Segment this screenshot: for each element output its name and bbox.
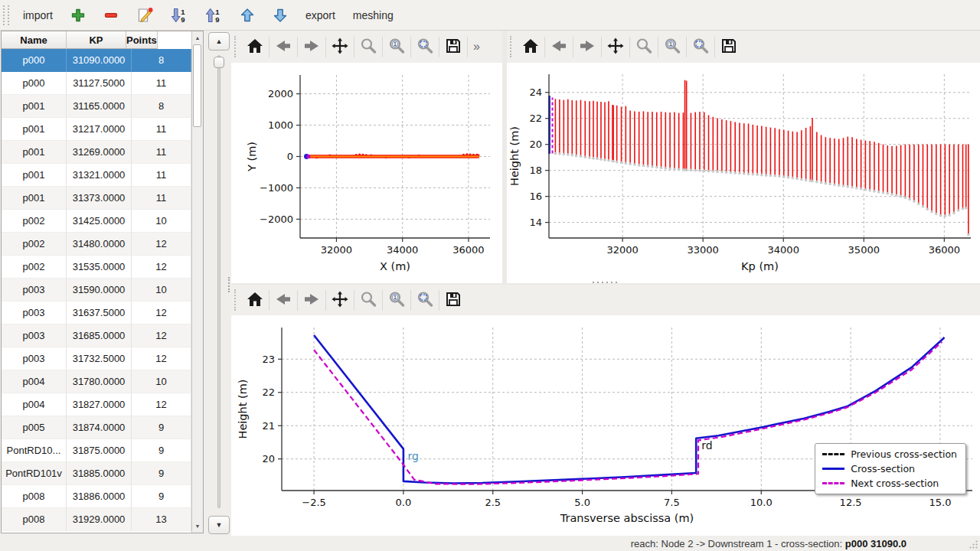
cell-name[interactable]: p004 — [2, 393, 67, 416]
table-row[interactable]: PontRD101v 31885.0000 9 — [2, 462, 203, 485]
slider-up-button[interactable]: ▲ — [208, 32, 230, 51]
save-button[interactable] — [715, 34, 743, 60]
cell-points[interactable]: 9 — [132, 416, 191, 439]
cell-kp[interactable]: 31480.0000 — [67, 233, 132, 256]
move-down-button[interactable] — [269, 5, 292, 25]
cell-points[interactable]: 13 — [132, 508, 191, 531]
cell-points[interactable]: 10 — [132, 370, 191, 393]
save-button[interactable] — [439, 34, 467, 60]
cell-kp[interactable]: 31929.0000 — [67, 508, 132, 531]
cell-points[interactable]: 12 — [132, 324, 191, 347]
table-row[interactable]: p004 31780.0000 10 — [2, 370, 203, 393]
add-cross-section-button[interactable] — [67, 5, 90, 25]
table-row[interactable]: p001 31165.0000 8 — [2, 95, 203, 118]
cell-name[interactable]: p000 — [2, 49, 67, 72]
export-button[interactable]: export — [302, 7, 339, 24]
sort-ascending-button[interactable]: 19 — [201, 5, 226, 26]
cell-kp[interactable]: 31217.0000 — [67, 118, 132, 141]
cell-name[interactable]: p003 — [2, 302, 67, 324]
cell-kp[interactable]: 31780.0000 — [67, 370, 132, 393]
home-button[interactable] — [517, 34, 544, 60]
cell-kp[interactable]: 31875.0000 — [67, 439, 132, 462]
table-row[interactable]: p005 31874.0000 9 — [2, 416, 203, 439]
pan-button[interactable] — [326, 287, 354, 313]
resize-grip-icon[interactable] — [969, 540, 978, 549]
cell-name[interactable]: p001 — [2, 164, 67, 187]
cell-kp[interactable]: 31269.0000 — [67, 141, 132, 164]
cell-name[interactable]: p002 — [2, 256, 67, 279]
cell-kp[interactable]: 31885.0000 — [67, 462, 132, 485]
scroll-down-arrow-icon[interactable]: ▼ — [192, 521, 203, 531]
table-row[interactable]: p002 31480.0000 12 — [2, 233, 203, 256]
cell-kp[interactable]: 31827.0000 — [67, 393, 132, 416]
table-row[interactable]: p001 31217.0000 11 — [2, 118, 203, 141]
cell-name[interactable]: p003 — [2, 279, 67, 302]
cell-points[interactable]: 9 — [132, 439, 191, 462]
sort-descending-button[interactable]: 19 — [167, 5, 191, 26]
cross-section-chart[interactable]: −2.50.02.55.07.510.012.515.020212223Tran… — [231, 315, 980, 536]
scrollbar-thumb[interactable] — [193, 44, 201, 127]
forward-button[interactable] — [298, 34, 325, 60]
cell-name[interactable]: p001 — [2, 118, 67, 141]
table-row[interactable]: p000 31090.0000 8 — [2, 49, 203, 72]
table-row[interactable]: p004 31827.0000 12 — [2, 393, 203, 416]
zoom-extent-button[interactable] — [411, 34, 439, 60]
import-button[interactable]: import — [19, 7, 57, 24]
forward-button[interactable] — [573, 34, 601, 60]
column-header[interactable]: Name — [2, 31, 67, 49]
table-row[interactable]: p001 31373.0000 11 — [2, 187, 203, 210]
toolbar-drag-handle[interactable] — [234, 36, 238, 57]
cell-points[interactable]: 9 — [132, 462, 191, 485]
slider-handle[interactable] — [214, 57, 224, 68]
cell-name[interactable]: PontRD101v — [2, 462, 67, 485]
table-row[interactable]: p002 31425.0000 10 — [2, 210, 203, 233]
pan-button[interactable] — [602, 34, 629, 60]
cell-points[interactable]: 12 — [132, 256, 191, 279]
pan-button[interactable] — [326, 34, 354, 60]
cell-points[interactable]: 11 — [132, 187, 191, 210]
zoom-1-button[interactable]: 1 — [658, 34, 686, 60]
table-row[interactable]: p003 31637.5000 12 — [2, 302, 203, 324]
cell-points[interactable]: 12 — [132, 347, 191, 370]
zoom-1-button[interactable]: 1 — [383, 34, 410, 60]
cell-kp[interactable]: 31874.0000 — [67, 416, 132, 439]
home-button[interactable] — [241, 287, 269, 313]
cell-points[interactable]: 8 — [132, 95, 191, 118]
zoom-extent-button[interactable] — [687, 34, 714, 60]
slider-down-button[interactable]: ▼ — [208, 516, 230, 534]
cell-points[interactable]: 12 — [132, 393, 191, 416]
cell-points[interactable]: 11 — [132, 141, 191, 164]
cell-points[interactable]: 12 — [132, 233, 191, 256]
cell-points[interactable]: 8 — [132, 49, 191, 72]
cell-kp[interactable]: 31090.0000 — [67, 49, 132, 72]
cell-points[interactable]: 11 — [132, 118, 191, 141]
zoom-1-button[interactable]: 1 — [383, 287, 410, 313]
table-row[interactable]: p001 31321.0000 11 — [2, 164, 203, 187]
cell-points[interactable]: 11 — [132, 72, 191, 95]
toolbar-drag-handle[interactable] — [234, 289, 238, 311]
plan-view-chart[interactable]: 320003400036000−2000−1000010002000X (m)Y… — [231, 63, 502, 280]
table-row[interactable]: p000 31127.5000 11 — [2, 72, 203, 95]
table-row[interactable]: p002 31535.0000 12 — [2, 256, 203, 279]
table-row[interactable]: p003 31685.0000 12 — [2, 324, 203, 347]
cell-kp[interactable]: 31685.0000 — [67, 324, 132, 347]
table-row[interactable]: PontRD10... 31875.0000 9 — [2, 439, 203, 462]
vertical-splitter-grip[interactable] — [228, 277, 231, 292]
cell-kp[interactable]: 31321.0000 — [67, 164, 132, 187]
cell-name[interactable]: p005 — [2, 416, 67, 439]
back-button[interactable] — [270, 287, 297, 313]
cell-name[interactable]: PontRD10... — [2, 439, 67, 462]
edit-cross-section-button[interactable] — [132, 5, 157, 26]
slider-track[interactable] — [217, 55, 220, 508]
cell-kp[interactable]: 31886.0000 — [67, 485, 132, 508]
cell-kp[interactable]: 31373.0000 — [67, 187, 132, 210]
cell-name[interactable]: p000 — [2, 72, 67, 95]
zoom-button[interactable] — [630, 34, 658, 60]
cell-name[interactable]: p004 — [2, 370, 67, 393]
zoom-button[interactable] — [354, 34, 382, 60]
cell-kp[interactable]: 31127.5000 — [67, 72, 132, 95]
cell-name[interactable]: p003 — [2, 347, 67, 370]
column-header[interactable]: KP — [67, 31, 126, 49]
cell-kp[interactable]: 31535.0000 — [67, 256, 132, 279]
cell-points[interactable]: 12 — [132, 302, 191, 324]
